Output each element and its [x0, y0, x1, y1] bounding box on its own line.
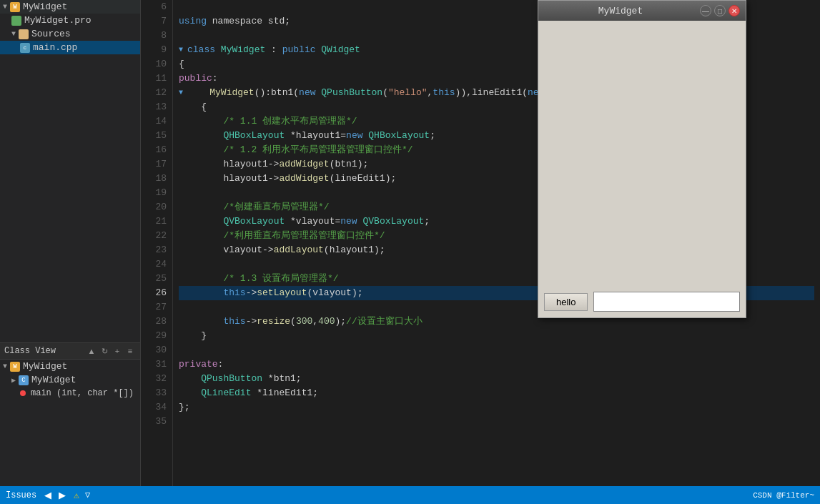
- line-num-9: 9: [147, 43, 167, 57]
- line-num-27: 27: [147, 300, 167, 315]
- line-numbers: 6 7 8 9 10 11 12 13 14 15 16 17 18 19 20…: [141, 0, 173, 486]
- line-num-32: 32: [147, 372, 167, 386]
- func-icon: [20, 390, 26, 396]
- qt-line-edit[interactable]: [593, 292, 740, 312]
- line-num-21: 21: [147, 214, 167, 229]
- class-view-header: Class View ▲ ↻ + ≡: [0, 343, 140, 360]
- qt-maximize-btn[interactable]: □: [714, 5, 726, 16]
- chevron-down-icon-cv: ▼: [3, 362, 7, 370]
- line-num-25: 25: [147, 272, 167, 286]
- qt-window-title: MyWidget: [544, 6, 697, 16]
- nav-buttons: ◀ ▶: [42, 490, 68, 500]
- filter-icon: ▽: [85, 490, 90, 500]
- line-num-29: 29: [147, 329, 167, 343]
- code-line-33: QLineEdit *lineEdit1;: [179, 386, 814, 400]
- chevron-down-icon-sources: ▼: [11, 30, 16, 38]
- code-line-35: [179, 415, 814, 429]
- line-num-10: 10: [147, 57, 167, 71]
- qt-titlebar: MyWidget — □ ✕: [538, 1, 746, 21]
- line-num-12: 12: [147, 86, 167, 100]
- class-view-refresh-btn[interactable]: ↻: [99, 345, 110, 357]
- line-num-28: 28: [147, 315, 167, 329]
- code-line-34: };: [179, 400, 814, 415]
- class-view-section: Class View ▲ ↻ + ≡ ▼ W MyWidget ▶ C MyWi…: [0, 343, 140, 486]
- line-num-17: 17: [147, 157, 167, 172]
- line-num-30: 30: [147, 343, 167, 357]
- main-container: ▼ W MyWidget MyWidget.pro ▼ Sources c: [0, 0, 820, 486]
- line-num-22: 22: [147, 229, 167, 243]
- line-num-8: 8: [147, 29, 167, 43]
- class-view-item-mywidget-root[interactable]: ▼ W MyWidget: [0, 360, 140, 373]
- sidebar-pro-label: MyWidget.pro: [24, 15, 92, 26]
- sidebar-item-sources[interactable]: ▼ Sources: [0, 27, 140, 41]
- line-num-35: 35: [147, 415, 167, 429]
- class-view-root-label: MyWidget: [23, 361, 67, 372]
- issues-label: Issues: [6, 490, 36, 500]
- chevron-right-icon-cv: ▶: [11, 376, 16, 385]
- watermark: CSDN @Filter~: [753, 491, 814, 500]
- class-view-up-btn[interactable]: ▲: [86, 345, 97, 357]
- sidebar-top: ▼ W MyWidget MyWidget.pro ▼ Sources c: [0, 0, 140, 343]
- sidebar-item-mywidget-root[interactable]: ▼ W MyWidget: [0, 0, 140, 14]
- code-line-30: [179, 343, 814, 357]
- line-num-33: 33: [147, 386, 167, 400]
- widget-icon-cv: W: [10, 362, 20, 372]
- fold-icon-9: ▼: [179, 43, 187, 57]
- status-bar: Issues ◀ ▶ ⚠ ▽ CSDN @Filter~: [0, 486, 820, 504]
- code-line-29: }: [179, 329, 814, 343]
- line-num-19: 19: [147, 186, 167, 200]
- line-num-7: 7: [147, 14, 167, 29]
- pro-file-icon: [11, 16, 21, 26]
- qt-window-body: hello: [538, 21, 746, 317]
- line-num-24: 24: [147, 257, 167, 272]
- class-view-class-label: MyWidget: [31, 375, 76, 385]
- sidebar-sources-label: Sources: [31, 29, 71, 39]
- widget-icon: W: [10, 2, 20, 12]
- line-num-20: 20: [147, 200, 167, 214]
- line-num-18: 18: [147, 172, 167, 186]
- sidebar-item-pro[interactable]: MyWidget.pro: [0, 14, 140, 27]
- class-view-add-btn[interactable]: +: [112, 345, 123, 357]
- line-num-26: 26: [147, 286, 167, 300]
- class-view-more-btn[interactable]: ≡: [124, 345, 136, 357]
- cpp-file-icon: c: [20, 43, 30, 53]
- warning-icon: ⚠: [74, 490, 79, 501]
- code-line-32: QPushButton *btn1;: [179, 372, 814, 386]
- folder-icon: [19, 29, 29, 39]
- line-num-23: 23: [147, 243, 167, 257]
- class-view-toolbar: ▲ ↻ + ≡: [86, 345, 136, 357]
- qt-preview-window[interactable]: MyWidget — □ ✕ hello: [538, 0, 746, 318]
- line-num-14: 14: [147, 114, 167, 129]
- qt-hello-button[interactable]: hello: [544, 293, 588, 311]
- chevron-down-icon: ▼: [3, 3, 7, 11]
- qt-controls-row: hello: [544, 292, 740, 312]
- sidebar: ▼ W MyWidget MyWidget.pro ▼ Sources c: [0, 0, 141, 486]
- line-num-34: 34: [147, 400, 167, 415]
- sidebar-item-main-cpp[interactable]: c main.cpp: [0, 41, 140, 54]
- issues-text: Issues: [6, 490, 36, 500]
- qt-minimize-btn[interactable]: —: [700, 5, 711, 16]
- line-num-15: 15: [147, 129, 167, 143]
- class-view-item-mywidget-class[interactable]: ▶ C MyWidget: [0, 373, 140, 387]
- line-num-13: 13: [147, 100, 167, 114]
- nav-next-btn[interactable]: ▶: [56, 490, 68, 500]
- class-icon: C: [19, 375, 29, 385]
- class-view-item-main-func[interactable]: main (int, char *[]): [0, 387, 140, 400]
- line-num-11: 11: [147, 71, 167, 86]
- sidebar-cpp-label: main.cpp: [33, 42, 77, 53]
- qt-close-btn[interactable]: ✕: [728, 5, 740, 16]
- line-num-31: 31: [147, 357, 167, 372]
- sidebar-mywidget-label: MyWidget: [23, 1, 67, 12]
- line-num-6: 6: [147, 0, 167, 14]
- class-view-func-label: main (int, char *[]): [31, 388, 134, 398]
- line-num-16: 16: [147, 143, 167, 157]
- editor-area[interactable]: 6 7 8 9 10 11 12 13 14 15 16 17 18 19 20…: [141, 0, 820, 486]
- fold-icon-12: ▼: [179, 86, 187, 100]
- code-line-31: private:: [179, 357, 814, 372]
- nav-prev-btn[interactable]: ◀: [42, 490, 54, 500]
- class-view-label: Class View: [4, 346, 56, 356]
